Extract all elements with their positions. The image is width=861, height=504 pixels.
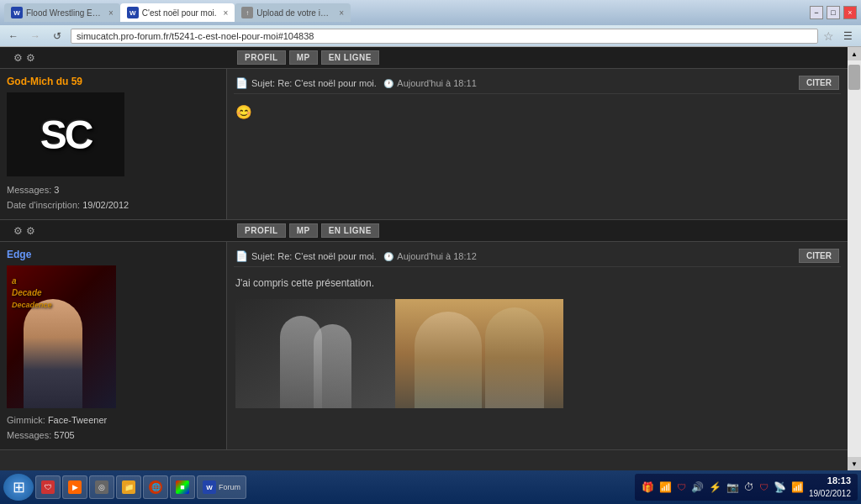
person-left-right-area bbox=[415, 312, 482, 408]
bookmark-star[interactable]: ☆ bbox=[823, 29, 834, 43]
post1-date-value: 19/02/2012 bbox=[82, 200, 129, 210]
post2-profile-row: ⚙ ⚙ PROFIL MP EN LIGNE bbox=[0, 220, 848, 242]
post1-messages-value: 3 bbox=[54, 185, 59, 195]
post1-body: 😊 bbox=[234, 99, 841, 126]
post1-online-button[interactable]: EN LIGNE bbox=[321, 50, 379, 65]
settings-icon-post2: ⚙ bbox=[13, 225, 23, 237]
post1-profile-buttons: PROFIL MP EN LIGNE bbox=[237, 50, 379, 65]
address-bar-row: ← → ↺ ☆ ☰ bbox=[0, 25, 861, 47]
tray-signal-icon: 📶 bbox=[791, 481, 804, 493]
tray-volume-icon: 🔊 bbox=[691, 481, 704, 493]
post1-cite-button[interactable]: CITER bbox=[799, 76, 839, 90]
tray-battery-icon: ⚡ bbox=[709, 481, 721, 493]
maximize-button[interactable]: □ bbox=[827, 6, 840, 19]
post2-doc-icon: 📄 bbox=[235, 250, 248, 262]
tab3-label: Upload de votre ima... bbox=[256, 8, 332, 18]
scrollbar-thumb[interactable] bbox=[848, 65, 860, 90]
scrollbar-up-button[interactable]: ▲ bbox=[848, 47, 861, 60]
taskbar-app-disc[interactable]: ◎ bbox=[89, 475, 114, 499]
post1-doc-icon: 📄 bbox=[235, 77, 248, 89]
tray-antivirus-icon: 🛡 bbox=[677, 482, 686, 492]
scrollbar-down-button[interactable]: ▼ bbox=[848, 457, 861, 470]
taskbar-browser-window1[interactable]: W Forum bbox=[197, 475, 246, 499]
scrollbar[interactable]: ▲ ▼ bbox=[848, 47, 861, 470]
tab-flood[interactable]: W Flood Wrestling Enter... × bbox=[4, 3, 120, 22]
post2-row: Edge aDecadeDecadence Gimmick: Face-Twee… bbox=[0, 242, 848, 450]
tray-date-display: 19/02/2012 bbox=[809, 488, 851, 500]
tab-upload[interactable]: ↑ Upload de votre ima... × bbox=[235, 3, 351, 22]
taskbar-app-color[interactable]: ■ bbox=[170, 475, 195, 499]
tray-time-display: 18:13 bbox=[809, 475, 851, 487]
post1-right: 📄 Sujet: Re: C'est noël pour moi. 🕐 Aujo… bbox=[227, 69, 848, 219]
taskbar-app-chrome[interactable]: 🌐 bbox=[143, 475, 168, 499]
system-tray: 🎁 📶 🛡 🔊 ⚡ 📷 ⏱ 🛡 📡 📶 18:13 19/02/2012 bbox=[635, 474, 858, 501]
post2-image bbox=[235, 299, 563, 408]
tray-clock: 18:13 19/02/2012 bbox=[809, 475, 851, 499]
tab2-close[interactable]: × bbox=[223, 8, 228, 18]
post1-messages-label: Messages: bbox=[7, 185, 51, 195]
silhouette-figure2 bbox=[314, 324, 351, 408]
post2-profile-buttons: PROFIL MP EN LIGNE bbox=[237, 223, 379, 238]
post1-meta: Messages: 3 Date d'inscription: 19/02/20… bbox=[7, 183, 219, 213]
post2-subject: Sujet: Re: C'est noël pour moi. bbox=[251, 251, 377, 261]
clock-icon-post2: 🕐 bbox=[383, 252, 394, 261]
post2-profil-button[interactable]: PROFIL bbox=[237, 223, 286, 238]
settings-icon[interactable]: ☰ bbox=[839, 28, 856, 45]
post1-profil-button[interactable]: PROFIL bbox=[237, 50, 286, 65]
post1-time-area: 🕐 Aujourd'hui à 18:11 bbox=[383, 78, 477, 88]
tab3-favicon: ↑ bbox=[241, 7, 253, 18]
post1-left: God-Mich du 59 SC Messages: 3 Date d'ins… bbox=[0, 69, 227, 219]
taskbar-app-folder[interactable]: 📁 bbox=[116, 475, 141, 499]
post2-cite-button[interactable]: CITER bbox=[799, 249, 839, 263]
folder-icon: 📁 bbox=[122, 480, 135, 494]
user-icon-post2: ⚙ bbox=[26, 225, 35, 237]
post1-left-icons: ⚙ ⚙ bbox=[7, 52, 234, 64]
tray-network-icon: 📶 bbox=[659, 481, 672, 493]
tab1-favicon: W bbox=[11, 7, 23, 18]
minimize-button[interactable]: − bbox=[810, 6, 823, 19]
post1-avatar: SC bbox=[7, 92, 124, 176]
color-icon: ■ bbox=[176, 480, 189, 494]
tab-noel[interactable]: W C'est noël pour moi. × bbox=[120, 3, 235, 22]
post1-smiley: 😊 bbox=[235, 105, 252, 119]
browser-icon1: W bbox=[203, 480, 216, 494]
post1-profile-row: ⚙ ⚙ PROFIL MP EN LIGNE bbox=[0, 47, 848, 69]
tray-camera-icon: 📷 bbox=[726, 481, 739, 493]
post2-time-prefix: Aujourd'hui à bbox=[397, 251, 451, 261]
tab3-close[interactable]: × bbox=[339, 8, 344, 18]
reload-button[interactable]: ↺ bbox=[49, 28, 66, 45]
image-left-area bbox=[235, 299, 395, 408]
tab1-close[interactable]: × bbox=[108, 8, 114, 18]
start-button[interactable]: ⊞ bbox=[3, 474, 34, 501]
post2-left: Edge aDecadeDecadence Gimmick: Face-Twee… bbox=[0, 242, 227, 449]
post2-online-button[interactable]: EN LIGNE bbox=[321, 223, 379, 238]
post1-subject: Sujet: Re: C'est noël pour moi. bbox=[251, 78, 377, 88]
tab-bar: W Flood Wrestling Enter... × W C'est noë… bbox=[4, 3, 810, 22]
taskbar-app-media[interactable]: ▶ bbox=[62, 475, 87, 499]
post2-messages-value: 5705 bbox=[54, 430, 74, 440]
post2-gimmick-label: Gimmick: bbox=[7, 415, 48, 425]
window-chrome: W Flood Wrestling Enter... × W C'est noë… bbox=[0, 0, 861, 25]
post2-messages-label: Messages: bbox=[7, 430, 51, 440]
post1-mp-button[interactable]: MP bbox=[289, 50, 318, 65]
window-controls: − □ × bbox=[810, 6, 857, 19]
taskbar-app-antivirus[interactable]: 🛡 bbox=[35, 475, 61, 499]
scrollbar-track[interactable] bbox=[848, 60, 861, 457]
user-icon-post1: ⚙ bbox=[26, 52, 35, 64]
post2-mp-button[interactable]: MP bbox=[289, 223, 318, 238]
post2-meta: Gimmick: Face-Tweener Messages: 5705 bbox=[7, 413, 219, 443]
post2-avatar: aDecadeDecadence bbox=[7, 265, 116, 408]
post2-time: 18:12 bbox=[453, 251, 477, 261]
post1-date-label: Date d'inscription: bbox=[7, 200, 80, 210]
forward-button[interactable]: → bbox=[27, 28, 44, 45]
post2-body-text: J'ai compris cette présentation. bbox=[235, 276, 839, 291]
taskbar: ⊞ 🛡 ▶ ◎ 📁 🌐 ■ W Forum 🎁 📶 🛡 🔊 ⚡ 📷 ⏱ 🛡 📡 … bbox=[0, 470, 861, 504]
address-input[interactable] bbox=[71, 29, 818, 44]
post1-username: God-Mich du 59 bbox=[7, 76, 219, 87]
media-icon: ▶ bbox=[68, 480, 82, 494]
back-button[interactable]: ← bbox=[5, 28, 22, 45]
close-button[interactable]: × bbox=[843, 6, 857, 19]
chrome-icon: 🌐 bbox=[149, 480, 162, 494]
tab2-label: C'est noël pour moi. bbox=[142, 8, 217, 18]
browser-label1: Forum bbox=[219, 483, 240, 491]
